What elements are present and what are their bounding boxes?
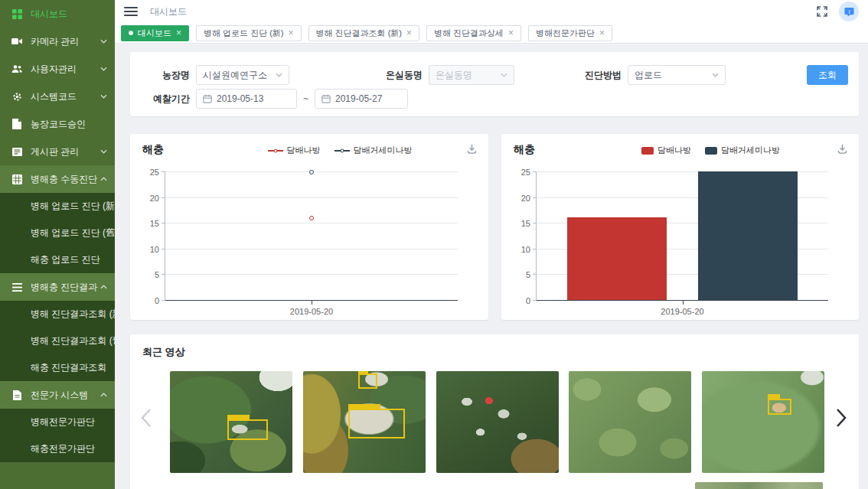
image-carousel bbox=[170, 371, 824, 473]
camera-icon bbox=[11, 36, 23, 47]
legend-marker bbox=[641, 147, 654, 155]
sidebar-subitem-병해 진단결과조회 (新)[interactable]: 병해 진단결과조회 (新) bbox=[0, 301, 115, 328]
date-from-input[interactable]: 2019-05-13 bbox=[196, 89, 297, 109]
download-icon[interactable] bbox=[466, 143, 478, 155]
date-from-value: 2019-05-13 bbox=[217, 93, 263, 104]
tab-병해 진단결과조회 (新)[interactable]: 병해 진단결과조회 (新)× bbox=[308, 25, 419, 41]
tab-병해 진단결과상세[interactable]: 병해 진단결과상세× bbox=[426, 25, 521, 41]
tab-close-icon[interactable]: × bbox=[508, 28, 514, 37]
chevron-up-icon bbox=[100, 177, 107, 181]
hamburger-menu-icon[interactable] bbox=[124, 7, 138, 17]
y-axis-tick bbox=[162, 223, 165, 223]
topbar: 대시보드 i bbox=[115, 0, 868, 23]
y-axis-tick bbox=[162, 274, 165, 275]
y-axis-tick bbox=[533, 197, 537, 198]
bar-chart-plot-area: 05101520252019-05-20 bbox=[536, 172, 828, 301]
calendar-icon bbox=[203, 94, 212, 103]
recent-images-panel: 최근 영상 bbox=[130, 334, 859, 489]
x-axis-tick-label: 2019-05-20 bbox=[290, 307, 333, 316]
sidebar-submenu: 병해 업로드 진단 (新)병해 업로드 진단 (舊)해충 업로드 진단 bbox=[0, 193, 115, 273]
file-icon bbox=[11, 390, 23, 400]
farm-name-select[interactable]: 시설원예연구소 bbox=[196, 65, 289, 85]
sidebar-item-전문가 시스템[interactable]: 전문가 시스템 bbox=[0, 381, 115, 409]
chat-notification-icon[interactable]: i bbox=[839, 2, 859, 21]
calendar-icon bbox=[321, 94, 331, 103]
y-axis-tick bbox=[162, 197, 165, 198]
tab-close-icon[interactable]: × bbox=[176, 28, 181, 37]
tomato-leaf-photo-5[interactable] bbox=[702, 371, 824, 473]
chevron-down-icon bbox=[100, 149, 107, 154]
y-axis-tick bbox=[533, 171, 537, 172]
data-point-담배나방 bbox=[309, 216, 314, 220]
recent-images-title: 최근 영상 bbox=[142, 345, 185, 359]
legend-item-담배나방[interactable]: 담배나방 bbox=[268, 145, 321, 156]
chevron-down-icon bbox=[501, 73, 507, 77]
sidebar-submenu: 병해 진단결과조회 (新)병해 진단결과조회 (舊)해충 진단결과조회 bbox=[0, 301, 115, 381]
tab-close-icon[interactable]: × bbox=[599, 28, 605, 37]
gridline bbox=[165, 197, 458, 198]
chevron-up-icon bbox=[100, 393, 107, 397]
gridline bbox=[165, 274, 458, 275]
sidebar-subitem-해충 업로드 진단[interactable]: 해충 업로드 진단 bbox=[0, 246, 115, 273]
tab-close-icon[interactable]: × bbox=[406, 28, 412, 37]
legend-item-담배거세미나방[interactable]: 담배거세미나방 bbox=[705, 145, 780, 156]
tomato-leaf-mildew-photo-2[interactable] bbox=[303, 371, 426, 473]
date-to-input[interactable]: 2019-05-27 bbox=[315, 89, 408, 109]
search-button[interactable]: 조회 bbox=[807, 65, 848, 85]
x-axis-tick bbox=[312, 301, 312, 305]
sidebar-subitem-병해 업로드 진단 (舊)[interactable]: 병해 업로드 진단 (舊) bbox=[0, 220, 115, 246]
sidebar-item-병해충 진단결과[interactable]: 병해충 진단결과 bbox=[0, 273, 115, 301]
sidebar-item-농장코드승인[interactable]: 농장코드승인 bbox=[0, 110, 115, 138]
fullscreen-icon[interactable] bbox=[816, 5, 828, 18]
topbar-actions: i bbox=[816, 2, 859, 21]
sidebar-subitem-병해전문가판단[interactable]: 병해전문가판단 bbox=[0, 409, 115, 435]
date-to-value: 2019-05-27 bbox=[335, 93, 382, 104]
sidebar-item-label: 대시보드 bbox=[31, 8, 107, 21]
tomato-leaf-mildew-photo-1[interactable] bbox=[170, 371, 292, 473]
tab-close-icon[interactable]: × bbox=[289, 28, 294, 37]
tab-병해전문가판단[interactable]: 병해전문가판단× bbox=[528, 25, 612, 41]
legend-label: 담배거세미나방 bbox=[721, 145, 780, 156]
tab-병해 업로드 진단 (新)[interactable]: 병해 업로드 진단 (新)× bbox=[196, 25, 302, 41]
bar-담배거세미나방 bbox=[698, 171, 798, 300]
tomato-leaf-mildew-photo-3[interactable] bbox=[436, 371, 559, 473]
sidebar-item-대시보드[interactable]: 대시보드 bbox=[0, 0, 115, 28]
tab-label: 병해 진단결과상세 bbox=[434, 28, 504, 39]
chevron-down-icon bbox=[100, 67, 107, 71]
x-axis-tick bbox=[683, 301, 684, 305]
sidebar-subitem-병해 업로드 진단 (新)[interactable]: 병해 업로드 진단 (新) bbox=[0, 193, 115, 220]
period-label: 예찰기간 bbox=[141, 93, 190, 106]
sidebar-item-label: 병해충 수동진단 bbox=[31, 173, 100, 186]
chart-title: 해충 bbox=[142, 143, 164, 157]
sidebar-subitem-해충전문가판단[interactable]: 해충전문가판단 bbox=[0, 435, 115, 462]
chevron-up-icon bbox=[100, 285, 107, 289]
dashboard-icon bbox=[11, 9, 23, 19]
download-icon[interactable] bbox=[837, 143, 848, 155]
tab-bar: 대시보드×병해 업로드 진단 (新)×병해 진단결과조회 (新)×병해 진단결과… bbox=[115, 23, 868, 44]
y-axis-tick-label: 10 bbox=[135, 245, 159, 254]
diagnosis-method-select[interactable]: 업로드 bbox=[628, 65, 726, 85]
y-axis-tick-label: 5 bbox=[506, 270, 530, 279]
legend-item-담배나방[interactable]: 담배나방 bbox=[641, 145, 691, 156]
diagnosis-method-value: 업로드 bbox=[635, 69, 662, 82]
carousel-prev-arrow[interactable] bbox=[141, 408, 152, 428]
sidebar-subitem-병해 진단결과조회 (舊)[interactable]: 병해 진단결과조회 (舊) bbox=[0, 328, 115, 354]
legend-item-담배거세미나방[interactable]: 담배거세미나방 bbox=[334, 145, 413, 156]
detection-box bbox=[358, 373, 378, 389]
sidebar-item-게시판 관리[interactable]: 게시판 관리 bbox=[0, 138, 115, 165]
greenhouse-select[interactable]: 온실동명 bbox=[429, 65, 514, 85]
y-axis-tick-label: 20 bbox=[135, 194, 159, 203]
tomato-photo-partial-next-row[interactable] bbox=[695, 482, 823, 489]
carousel-next-arrow[interactable] bbox=[836, 408, 847, 428]
users-icon bbox=[11, 64, 23, 74]
sidebar-item-사용자관리[interactable]: 사용자관리 bbox=[0, 55, 115, 83]
sidebar-item-병해충 수동진단[interactable]: 병해충 수동진단 bbox=[0, 165, 115, 193]
tomato-plant-photo-4[interactable] bbox=[569, 371, 691, 473]
tab-대시보드[interactable]: 대시보드× bbox=[121, 25, 189, 41]
y-axis-tick bbox=[533, 249, 537, 249]
legend-marker bbox=[334, 147, 350, 155]
sidebar-item-카메라 관리[interactable]: 카메라 관리 bbox=[0, 28, 115, 55]
pest-line-chart-card: 해충 담배나방담배거세미나방 05101520252019-05-20 bbox=[130, 134, 488, 320]
sidebar-item-시스템코드[interactable]: 시스템코드 bbox=[0, 83, 115, 110]
sidebar-subitem-해충 진단결과조회[interactable]: 해충 진단결과조회 bbox=[0, 354, 115, 381]
